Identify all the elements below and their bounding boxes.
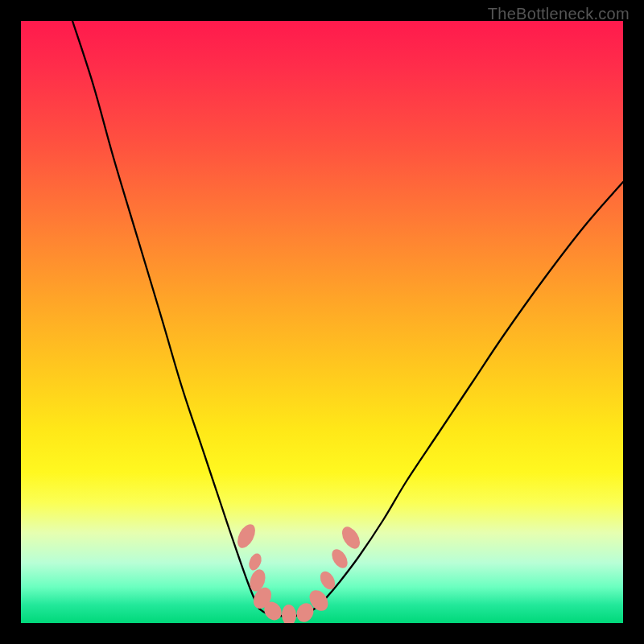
data-markers (234, 522, 364, 623)
data-marker (234, 522, 259, 551)
data-marker (338, 524, 363, 552)
left-curve (72, 21, 259, 609)
chart-svg (21, 21, 623, 623)
data-marker (328, 547, 350, 572)
right-curve (317, 182, 623, 607)
plot-area (21, 21, 623, 623)
data-marker (246, 551, 263, 572)
data-marker (282, 605, 297, 623)
